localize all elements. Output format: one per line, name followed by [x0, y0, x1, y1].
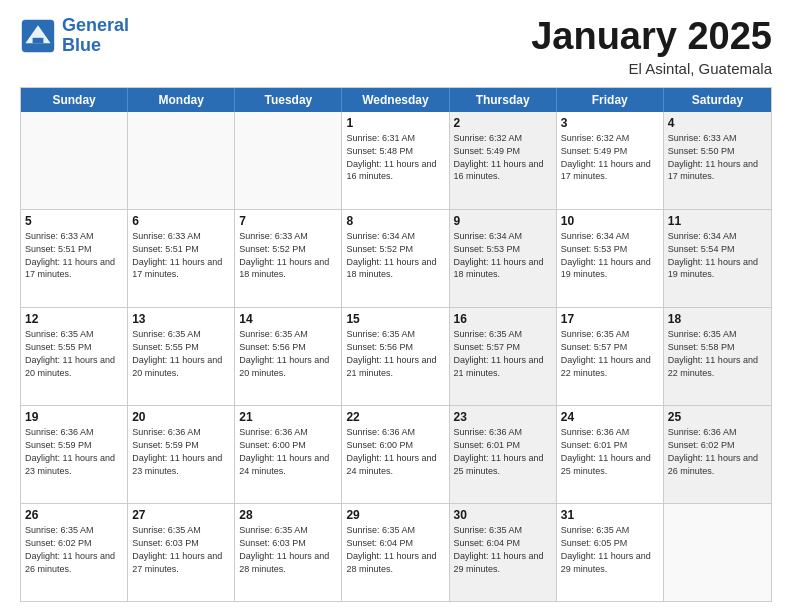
calendar-cell-day-15: 15Sunrise: 6:35 AMSunset: 5:56 PMDayligh… [342, 308, 449, 405]
calendar-cell-empty [21, 112, 128, 209]
calendar-row-0: 1Sunrise: 6:31 AMSunset: 5:48 PMDaylight… [21, 112, 771, 210]
day-number: 13 [132, 311, 230, 327]
cell-info: Sunrise: 6:34 AMSunset: 5:53 PMDaylight:… [561, 231, 651, 279]
weekday-header-saturday: Saturday [664, 88, 771, 112]
cell-info: Sunrise: 6:36 AMSunset: 6:02 PMDaylight:… [668, 427, 758, 475]
day-number: 5 [25, 213, 123, 229]
day-number: 29 [346, 507, 444, 523]
cell-info: Sunrise: 6:35 AMSunset: 6:04 PMDaylight:… [454, 525, 544, 573]
day-number: 11 [668, 213, 767, 229]
cell-info: Sunrise: 6:35 AMSunset: 5:55 PMDaylight:… [25, 329, 115, 377]
calendar-cell-day-11: 11Sunrise: 6:34 AMSunset: 5:54 PMDayligh… [664, 210, 771, 307]
calendar-cell-day-4: 4Sunrise: 6:33 AMSunset: 5:50 PMDaylight… [664, 112, 771, 209]
cell-info: Sunrise: 6:34 AMSunset: 5:54 PMDaylight:… [668, 231, 758, 279]
calendar-cell-day-27: 27Sunrise: 6:35 AMSunset: 6:03 PMDayligh… [128, 504, 235, 601]
month-title: January 2025 [531, 16, 772, 58]
calendar-row-1: 5Sunrise: 6:33 AMSunset: 5:51 PMDaylight… [21, 210, 771, 308]
page: General Blue January 2025 El Asintal, Gu… [0, 0, 792, 612]
calendar-cell-day-6: 6Sunrise: 6:33 AMSunset: 5:51 PMDaylight… [128, 210, 235, 307]
day-number: 31 [561, 507, 659, 523]
title-block: January 2025 El Asintal, Guatemala [531, 16, 772, 77]
day-number: 20 [132, 409, 230, 425]
cell-info: Sunrise: 6:32 AMSunset: 5:49 PMDaylight:… [561, 133, 651, 181]
calendar-cell-empty [235, 112, 342, 209]
calendar-cell-day-20: 20Sunrise: 6:36 AMSunset: 5:59 PMDayligh… [128, 406, 235, 503]
cell-info: Sunrise: 6:35 AMSunset: 6:05 PMDaylight:… [561, 525, 651, 573]
day-number: 18 [668, 311, 767, 327]
day-number: 24 [561, 409, 659, 425]
logo: General Blue [20, 16, 129, 56]
day-number: 28 [239, 507, 337, 523]
cell-info: Sunrise: 6:33 AMSunset: 5:50 PMDaylight:… [668, 133, 758, 181]
calendar-cell-day-14: 14Sunrise: 6:35 AMSunset: 5:56 PMDayligh… [235, 308, 342, 405]
calendar-cell-day-13: 13Sunrise: 6:35 AMSunset: 5:55 PMDayligh… [128, 308, 235, 405]
day-number: 16 [454, 311, 552, 327]
day-number: 1 [346, 115, 444, 131]
cell-info: Sunrise: 6:36 AMSunset: 6:01 PMDaylight:… [561, 427, 651, 475]
logo-text: General Blue [62, 16, 129, 56]
cell-info: Sunrise: 6:35 AMSunset: 6:03 PMDaylight:… [239, 525, 329, 573]
cell-info: Sunrise: 6:36 AMSunset: 6:00 PMDaylight:… [239, 427, 329, 475]
svg-rect-2 [33, 38, 44, 43]
calendar-cell-day-29: 29Sunrise: 6:35 AMSunset: 6:04 PMDayligh… [342, 504, 449, 601]
day-number: 19 [25, 409, 123, 425]
calendar-cell-day-7: 7Sunrise: 6:33 AMSunset: 5:52 PMDaylight… [235, 210, 342, 307]
cell-info: Sunrise: 6:35 AMSunset: 5:56 PMDaylight:… [346, 329, 436, 377]
day-number: 8 [346, 213, 444, 229]
calendar-cell-empty [664, 504, 771, 601]
cell-info: Sunrise: 6:33 AMSunset: 5:52 PMDaylight:… [239, 231, 329, 279]
day-number: 9 [454, 213, 552, 229]
cell-info: Sunrise: 6:35 AMSunset: 5:57 PMDaylight:… [561, 329, 651, 377]
calendar-row-4: 26Sunrise: 6:35 AMSunset: 6:02 PMDayligh… [21, 504, 771, 601]
calendar-cell-day-31: 31Sunrise: 6:35 AMSunset: 6:05 PMDayligh… [557, 504, 664, 601]
weekday-header-friday: Friday [557, 88, 664, 112]
calendar-cell-day-10: 10Sunrise: 6:34 AMSunset: 5:53 PMDayligh… [557, 210, 664, 307]
calendar-cell-day-19: 19Sunrise: 6:36 AMSunset: 5:59 PMDayligh… [21, 406, 128, 503]
calendar-cell-day-8: 8Sunrise: 6:34 AMSunset: 5:52 PMDaylight… [342, 210, 449, 307]
header: General Blue January 2025 El Asintal, Gu… [20, 16, 772, 77]
day-number: 7 [239, 213, 337, 229]
day-number: 10 [561, 213, 659, 229]
calendar-cell-day-5: 5Sunrise: 6:33 AMSunset: 5:51 PMDaylight… [21, 210, 128, 307]
calendar-header: SundayMondayTuesdayWednesdayThursdayFrid… [21, 88, 771, 112]
day-number: 23 [454, 409, 552, 425]
calendar-cell-day-23: 23Sunrise: 6:36 AMSunset: 6:01 PMDayligh… [450, 406, 557, 503]
day-number: 22 [346, 409, 444, 425]
calendar-cell-day-18: 18Sunrise: 6:35 AMSunset: 5:58 PMDayligh… [664, 308, 771, 405]
calendar-cell-day-12: 12Sunrise: 6:35 AMSunset: 5:55 PMDayligh… [21, 308, 128, 405]
calendar-row-3: 19Sunrise: 6:36 AMSunset: 5:59 PMDayligh… [21, 406, 771, 504]
day-number: 6 [132, 213, 230, 229]
cell-info: Sunrise: 6:36 AMSunset: 6:00 PMDaylight:… [346, 427, 436, 475]
calendar-cell-empty [128, 112, 235, 209]
cell-info: Sunrise: 6:35 AMSunset: 6:03 PMDaylight:… [132, 525, 222, 573]
weekday-header-thursday: Thursday [450, 88, 557, 112]
day-number: 3 [561, 115, 659, 131]
day-number: 17 [561, 311, 659, 327]
calendar-cell-day-1: 1Sunrise: 6:31 AMSunset: 5:48 PMDaylight… [342, 112, 449, 209]
calendar-cell-day-24: 24Sunrise: 6:36 AMSunset: 6:01 PMDayligh… [557, 406, 664, 503]
calendar-row-2: 12Sunrise: 6:35 AMSunset: 5:55 PMDayligh… [21, 308, 771, 406]
weekday-header-sunday: Sunday [21, 88, 128, 112]
weekday-header-monday: Monday [128, 88, 235, 112]
cell-info: Sunrise: 6:35 AMSunset: 6:02 PMDaylight:… [25, 525, 115, 573]
calendar-cell-day-17: 17Sunrise: 6:35 AMSunset: 5:57 PMDayligh… [557, 308, 664, 405]
calendar: SundayMondayTuesdayWednesdayThursdayFrid… [20, 87, 772, 602]
day-number: 25 [668, 409, 767, 425]
cell-info: Sunrise: 6:35 AMSunset: 5:58 PMDaylight:… [668, 329, 758, 377]
cell-info: Sunrise: 6:34 AMSunset: 5:52 PMDaylight:… [346, 231, 436, 279]
logo-blue: Blue [62, 35, 101, 55]
calendar-cell-day-25: 25Sunrise: 6:36 AMSunset: 6:02 PMDayligh… [664, 406, 771, 503]
day-number: 30 [454, 507, 552, 523]
logo-general: General [62, 15, 129, 35]
weekday-header-wednesday: Wednesday [342, 88, 449, 112]
calendar-cell-day-22: 22Sunrise: 6:36 AMSunset: 6:00 PMDayligh… [342, 406, 449, 503]
cell-info: Sunrise: 6:36 AMSunset: 5:59 PMDaylight:… [132, 427, 222, 475]
calendar-body: 1Sunrise: 6:31 AMSunset: 5:48 PMDaylight… [21, 112, 771, 601]
calendar-cell-day-3: 3Sunrise: 6:32 AMSunset: 5:49 PMDaylight… [557, 112, 664, 209]
location-subtitle: El Asintal, Guatemala [531, 60, 772, 77]
cell-info: Sunrise: 6:36 AMSunset: 6:01 PMDaylight:… [454, 427, 544, 475]
day-number: 2 [454, 115, 552, 131]
cell-info: Sunrise: 6:35 AMSunset: 5:55 PMDaylight:… [132, 329, 222, 377]
calendar-cell-day-30: 30Sunrise: 6:35 AMSunset: 6:04 PMDayligh… [450, 504, 557, 601]
day-number: 15 [346, 311, 444, 327]
